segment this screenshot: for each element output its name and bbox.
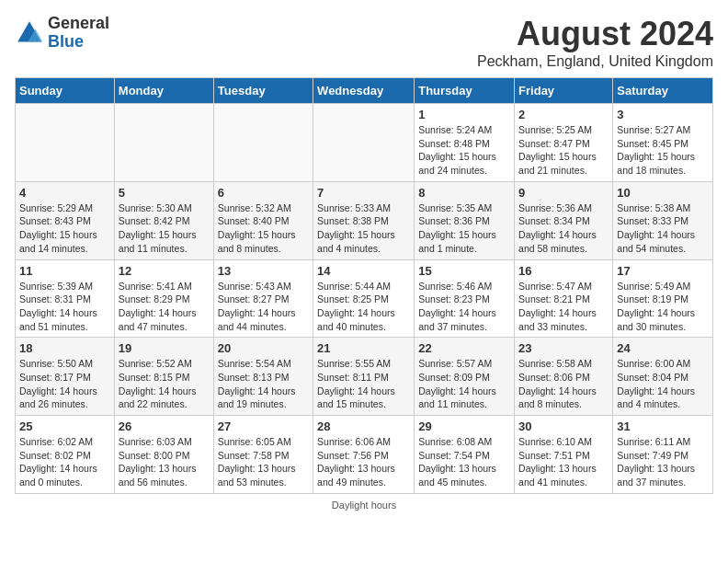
calendar-header-friday: Friday [515, 78, 613, 104]
day-info: Sunrise: 5:29 AMSunset: 8:43 PMDaylight:… [19, 201, 110, 256]
calendar-cell: 25Sunrise: 6:02 AMSunset: 8:02 PMDayligh… [16, 416, 115, 494]
day-info: Sunrise: 5:57 AMSunset: 8:09 PMDaylight:… [418, 357, 510, 411]
day-number: 5 [119, 186, 210, 200]
day-number: 18 [19, 341, 110, 355]
day-number: 4 [19, 186, 110, 200]
calendar-week-4: 18Sunrise: 5:50 AMSunset: 8:17 PMDayligh… [16, 338, 713, 416]
calendar-cell: 17Sunrise: 5:49 AMSunset: 8:19 PMDayligh… [613, 259, 713, 338]
day-info: Sunrise: 6:03 AMSunset: 8:00 PMDaylight:… [119, 435, 210, 489]
day-number: 31 [617, 419, 709, 433]
calendar-cell [213, 104, 313, 182]
calendar-week-5: 25Sunrise: 6:02 AMSunset: 8:02 PMDayligh… [16, 416, 713, 494]
calendar-header-row: SundayMondayTuesdayWednesdayThursdayFrid… [16, 78, 713, 104]
day-number: 30 [518, 419, 609, 433]
calendar-header-tuesday: Tuesday [213, 78, 313, 104]
calendar-week-3: 11Sunrise: 5:39 AMSunset: 8:31 PMDayligh… [16, 259, 713, 338]
calendar-week-2: 4Sunrise: 5:29 AMSunset: 8:43 PMDaylight… [16, 181, 713, 259]
day-info: Sunrise: 5:39 AMSunset: 8:31 PMDaylight:… [19, 280, 110, 334]
calendar-header-thursday: Thursday [415, 78, 515, 104]
day-number: 15 [418, 264, 510, 278]
calendar-cell: 13Sunrise: 5:43 AMSunset: 8:27 PMDayligh… [213, 259, 313, 338]
calendar-cell: 29Sunrise: 6:08 AMSunset: 7:54 PMDayligh… [415, 416, 515, 494]
day-number: 16 [518, 264, 609, 278]
day-info: Sunrise: 5:36 AMSunset: 8:34 PMDaylight:… [518, 201, 609, 256]
logo-icon [15, 18, 44, 48]
day-info: Sunrise: 5:35 AMSunset: 8:36 PMDaylight:… [418, 201, 510, 256]
calendar-cell: 14Sunrise: 5:44 AMSunset: 8:25 PMDayligh… [313, 259, 415, 338]
calendar-cell: 16Sunrise: 5:47 AMSunset: 8:21 PMDayligh… [515, 259, 613, 338]
day-number: 25 [19, 419, 110, 433]
day-number: 13 [218, 264, 309, 278]
calendar-cell: 6Sunrise: 5:32 AMSunset: 8:40 PMDaylight… [213, 181, 313, 259]
day-number: 23 [518, 341, 609, 355]
day-info: Sunrise: 5:46 AMSunset: 8:23 PMDaylight:… [418, 280, 510, 334]
day-info: Sunrise: 5:41 AMSunset: 8:29 PMDaylight:… [119, 280, 210, 334]
day-info: Sunrise: 5:49 AMSunset: 8:19 PMDaylight:… [617, 280, 709, 334]
day-number: 29 [418, 419, 510, 433]
day-number: 10 [617, 186, 709, 200]
page-header: General Blue August 2024 Peckham, Englan… [15, 15, 713, 70]
day-info: Sunrise: 5:44 AMSunset: 8:25 PMDaylight:… [317, 280, 410, 334]
day-info: Sunrise: 5:27 AMSunset: 8:45 PMDaylight:… [617, 123, 709, 178]
calendar-cell: 31Sunrise: 6:11 AMSunset: 7:49 PMDayligh… [613, 416, 713, 494]
calendar-cell: 7Sunrise: 5:33 AMSunset: 8:38 PMDaylight… [313, 181, 415, 259]
day-number: 17 [617, 264, 709, 278]
day-info: Sunrise: 5:33 AMSunset: 8:38 PMDaylight:… [317, 201, 410, 256]
calendar-cell: 2Sunrise: 5:25 AMSunset: 8:47 PMDaylight… [515, 104, 613, 182]
day-info: Sunrise: 5:47 AMSunset: 8:21 PMDaylight:… [518, 280, 609, 334]
day-number: 2 [518, 108, 609, 121]
calendar-cell: 27Sunrise: 6:05 AMSunset: 7:58 PMDayligh… [213, 416, 313, 494]
calendar-cell [313, 104, 415, 182]
day-number: 19 [119, 341, 210, 355]
calendar-cell: 11Sunrise: 5:39 AMSunset: 8:31 PMDayligh… [16, 259, 115, 338]
calendar-cell: 3Sunrise: 5:27 AMSunset: 8:45 PMDaylight… [613, 104, 713, 182]
calendar-cell: 22Sunrise: 5:57 AMSunset: 8:09 PMDayligh… [415, 338, 515, 416]
calendar-cell [114, 104, 213, 182]
day-number: 11 [19, 264, 110, 278]
day-info: Sunrise: 6:05 AMSunset: 7:58 PMDaylight:… [218, 435, 309, 489]
day-info: Sunrise: 5:32 AMSunset: 8:40 PMDaylight:… [218, 201, 309, 256]
calendar-cell: 4Sunrise: 5:29 AMSunset: 8:43 PMDaylight… [16, 181, 115, 259]
day-info: Sunrise: 5:55 AMSunset: 8:11 PMDaylight:… [317, 357, 410, 411]
calendar-cell: 18Sunrise: 5:50 AMSunset: 8:17 PMDayligh… [16, 338, 115, 416]
calendar-cell: 19Sunrise: 5:52 AMSunset: 8:15 PMDayligh… [114, 338, 213, 416]
calendar-header-wednesday: Wednesday [313, 78, 415, 104]
daylight-note: Daylight hours [332, 500, 396, 511]
day-number: 28 [317, 419, 410, 433]
day-number: 14 [317, 264, 410, 278]
logo-blue: Blue [48, 33, 109, 52]
title-block: August 2024 Peckham, England, United Kin… [477, 15, 713, 70]
day-info: Sunrise: 5:52 AMSunset: 8:15 PMDaylight:… [119, 357, 210, 411]
month-title: August 2024 [477, 15, 713, 53]
day-info: Sunrise: 5:24 AMSunset: 8:48 PMDaylight:… [418, 123, 510, 178]
day-info: Sunrise: 6:10 AMSunset: 7:51 PMDaylight:… [518, 435, 609, 489]
calendar-cell: 8Sunrise: 5:35 AMSunset: 8:36 PMDaylight… [415, 181, 515, 259]
day-number: 24 [617, 341, 709, 355]
day-number: 1 [418, 108, 510, 121]
logo-general: General [48, 15, 109, 33]
day-number: 22 [418, 341, 510, 355]
logo: General Blue [15, 15, 109, 52]
calendar-cell: 30Sunrise: 6:10 AMSunset: 7:51 PMDayligh… [515, 416, 613, 494]
calendar-cell: 1Sunrise: 5:24 AMSunset: 8:48 PMDaylight… [415, 104, 515, 182]
calendar-cell: 28Sunrise: 6:06 AMSunset: 7:56 PMDayligh… [313, 416, 415, 494]
day-number: 7 [317, 186, 410, 200]
day-info: Sunrise: 6:11 AMSunset: 7:49 PMDaylight:… [617, 435, 709, 489]
calendar-cell: 15Sunrise: 5:46 AMSunset: 8:23 PMDayligh… [415, 259, 515, 338]
day-info: Sunrise: 5:25 AMSunset: 8:47 PMDaylight:… [518, 123, 609, 178]
calendar-cell: 5Sunrise: 5:30 AMSunset: 8:42 PMDaylight… [114, 181, 213, 259]
day-info: Sunrise: 6:00 AMSunset: 8:04 PMDaylight:… [617, 357, 709, 411]
calendar-cell: 12Sunrise: 5:41 AMSunset: 8:29 PMDayligh… [114, 259, 213, 338]
day-number: 9 [518, 186, 609, 200]
day-info: Sunrise: 6:06 AMSunset: 7:56 PMDaylight:… [317, 435, 410, 489]
day-number: 21 [317, 341, 410, 355]
location: Peckham, England, United Kingdom [477, 53, 713, 70]
footer-note: Daylight hours [15, 500, 713, 511]
day-info: Sunrise: 5:50 AMSunset: 8:17 PMDaylight:… [19, 357, 110, 411]
day-number: 6 [218, 186, 309, 200]
calendar-cell [16, 104, 115, 182]
calendar-cell: 26Sunrise: 6:03 AMSunset: 8:00 PMDayligh… [114, 416, 213, 494]
day-number: 27 [218, 419, 309, 433]
logo-text: General Blue [48, 15, 109, 52]
day-number: 3 [617, 108, 709, 121]
